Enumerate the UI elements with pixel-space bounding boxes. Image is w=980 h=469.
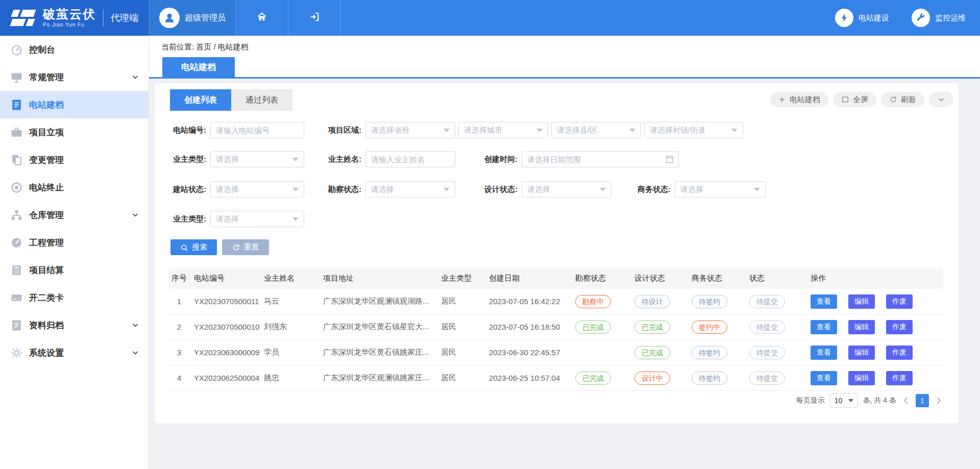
sidebar-item-变更管理[interactable]: 变更管理: [0, 146, 149, 174]
view-button[interactable]: 查看: [811, 345, 837, 360]
next-page-button[interactable]: [934, 396, 943, 405]
filter-label: 创建时间:: [474, 155, 518, 164]
caret-down-icon: [292, 217, 299, 221]
tab-passed-list[interactable]: 通过列表: [231, 89, 292, 111]
column-header: 设计状态: [634, 274, 692, 283]
status-badge: 设计中: [634, 372, 670, 385]
app-root: 破茧云伏 Po Jian Yun Fu 代理端 超级管理员 电站建设监控运维 控…: [0, 0, 980, 469]
search-button[interactable]: 搜索: [170, 239, 217, 255]
module-operation[interactable]: 监控运维: [912, 9, 966, 27]
per-page-select[interactable]: 10: [830, 393, 858, 408]
owner-name-input[interactable]: [365, 151, 455, 167]
caret-down-icon: [292, 158, 299, 161]
page-tab[interactable]: 电站建档: [162, 57, 235, 77]
sidebar-item-label: 变更管理: [29, 154, 64, 166]
cell-owner-type: 居民: [441, 322, 489, 332]
cell-station-code: YX2023063000009: [194, 348, 264, 357]
filter-label: 建站状态:: [162, 185, 206, 194]
monitor-icon: [10, 71, 23, 84]
sidebar-item-项目结算[interactable]: 项目结算: [0, 256, 149, 284]
design-status-select[interactable]: 请选择: [522, 181, 611, 198]
sidebar-item-资料归档[interactable]: 资料归档: [0, 311, 149, 339]
view-button[interactable]: 查看: [811, 371, 837, 385]
sidebar-item-电站建档[interactable]: 电站建档: [0, 91, 149, 118]
void-button[interactable]: 作废: [886, 345, 913, 360]
wrench-icon: [912, 9, 930, 27]
column-header: 状态: [749, 274, 811, 283]
tab-create-list[interactable]: 创建列表: [170, 89, 231, 111]
cell-index: 3: [168, 348, 194, 357]
owner-name-field[interactable]: [366, 155, 455, 164]
business-status-select[interactable]: 请选择: [675, 181, 766, 198]
sidebar-item-系统设置[interactable]: 系统设置: [0, 339, 149, 366]
module-construction[interactable]: 电站建设: [835, 9, 889, 27]
void-button[interactable]: 作废: [886, 371, 913, 385]
void-button[interactable]: 作废: [886, 294, 913, 309]
sidebar-item-开二类卡[interactable]: 开二类卡: [0, 284, 149, 311]
page-number-button[interactable]: 1: [916, 394, 929, 407]
toolbar-collapse-button[interactable]: [929, 92, 953, 107]
sidebar-item-控制台[interactable]: 控制台: [0, 36, 149, 63]
edit-button[interactable]: 编辑: [848, 294, 875, 309]
view-button[interactable]: 查看: [811, 294, 837, 309]
status-badge: 待提交: [749, 346, 785, 359]
user-menu[interactable]: 超级管理员: [149, 0, 236, 36]
void-button[interactable]: 作废: [886, 320, 913, 334]
toolbar-button-刷新[interactable]: 刷新: [881, 92, 924, 107]
reset-button[interactable]: 重置: [222, 239, 269, 255]
caret-down-icon: [444, 188, 450, 191]
column-header: 业主类型: [441, 274, 489, 283]
sidebar-item-label: 开二类卡: [29, 292, 64, 304]
refresh-icon: [889, 95, 897, 104]
toolbar-button-电站建档[interactable]: 电站建档: [770, 92, 828, 107]
filter-label: 项目区域:: [317, 126, 361, 135]
edit-button[interactable]: 编辑: [848, 320, 875, 334]
county-select[interactable]: 请选择县/区: [551, 122, 641, 138]
station-no-field[interactable]: [211, 126, 304, 135]
view-button[interactable]: 查看: [811, 320, 837, 334]
sidebar-item-label: 项目立项: [29, 127, 64, 138]
breadcrumb-home-link[interactable]: 首页: [196, 42, 211, 51]
cell-station-code: YX2023062500004: [194, 374, 264, 382]
copy-icon: [10, 154, 23, 166]
logo-icon: [11, 9, 37, 27]
filter-label: 商务状态:: [627, 185, 671, 194]
user-name: 超级管理员: [185, 13, 226, 23]
cell-actions: 查看编辑作废: [811, 320, 943, 334]
cell-business-status: 待签约: [692, 372, 749, 385]
status-badge: 已完成: [634, 346, 670, 359]
gear-icon: [10, 347, 23, 359]
calculator-icon: [10, 264, 23, 277]
home-button[interactable]: [236, 0, 288, 36]
sidebar-item-常规管理[interactable]: 常规管理: [0, 63, 149, 91]
sidebar-item-label: 资料归档: [29, 319, 64, 331]
station-no-input[interactable]: [210, 122, 304, 138]
toolbar-button-全屏[interactable]: 全屏: [833, 92, 876, 107]
edit-button[interactable]: 编辑: [848, 345, 875, 360]
province-select[interactable]: 请选择省份: [365, 122, 455, 138]
cell-created-date: 2023-06-25 10:57:04: [489, 374, 575, 382]
refresh-icon: [232, 243, 240, 252]
owner-type-2-select[interactable]: 请选择: [210, 211, 304, 227]
calendar-icon: [665, 155, 674, 164]
sidebar-item-label: 项目结算: [29, 264, 64, 276]
survey-status-select[interactable]: 请选择: [365, 181, 455, 198]
cell-address: 广东深圳龙华区黄石镇星官大...: [323, 322, 441, 332]
sidebar-item-工程管理[interactable]: 工程管理: [0, 229, 149, 256]
caret-down-icon: [848, 399, 853, 402]
logout-icon: [309, 11, 320, 24]
date-range-input[interactable]: [522, 151, 679, 167]
date-range-field[interactable]: [522, 155, 678, 164]
town-select[interactable]: 请选择村镇/街道: [644, 122, 743, 138]
sidebar-item-电站终止[interactable]: 电站终止: [0, 174, 149, 201]
prev-page-button[interactable]: [901, 396, 911, 405]
city-select[interactable]: 请选择城市: [458, 122, 548, 138]
owner-type-select[interactable]: 请选择: [210, 151, 304, 167]
cell-address: 广东深圳龙华区观澜镇姚家庄...: [323, 373, 441, 383]
sidebar-item-仓库管理[interactable]: 仓库管理: [0, 201, 149, 229]
build-status-select[interactable]: 请选择: [210, 181, 304, 198]
logout-button[interactable]: [288, 0, 341, 36]
cell-owner-name: 马云: [264, 297, 323, 306]
edit-button[interactable]: 编辑: [848, 371, 875, 385]
sidebar-item-项目立项[interactable]: 项目立项: [0, 118, 149, 146]
